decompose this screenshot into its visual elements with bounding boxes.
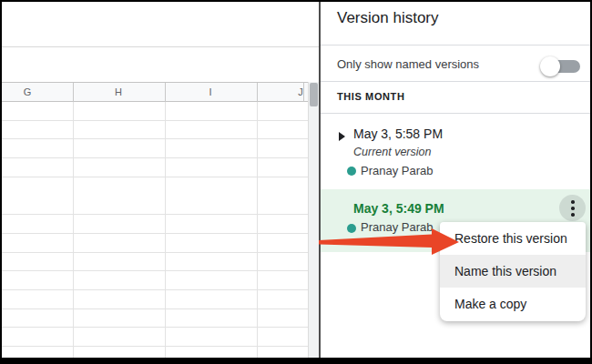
frame-border xyxy=(0,358,592,364)
named-versions-toggle[interactable] xyxy=(540,56,580,77)
kebab-dot xyxy=(571,207,575,210)
google-sheets-version-history-screen: G H I J Version history Only show named … xyxy=(0,0,592,364)
kebab-dot xyxy=(571,213,575,217)
column-separator xyxy=(303,83,304,103)
menu-item-restore-this-version[interactable]: Restore this version xyxy=(440,222,586,255)
divider xyxy=(321,113,590,114)
column-header-i[interactable]: I xyxy=(209,83,211,103)
current-version-label: Current version xyxy=(353,146,431,158)
toolbar-divider xyxy=(2,46,319,47)
named-versions-toggle-label: Only show named versions xyxy=(337,57,479,71)
kebab-dot xyxy=(571,200,575,204)
version-timestamp: May 3, 5:49 PM xyxy=(353,201,444,216)
menu-item-name-this-version[interactable]: Name this version xyxy=(440,255,586,288)
toggle-knob xyxy=(540,56,560,76)
grid-column-line xyxy=(257,102,258,358)
expand-arrow-icon[interactable] xyxy=(339,132,345,141)
divider xyxy=(321,81,590,82)
spreadsheet-area[interactable]: G H I J xyxy=(2,2,319,358)
grid-column-line xyxy=(73,102,74,358)
column-separator xyxy=(257,83,258,103)
version-options-menu: Restore this version Name this version M… xyxy=(440,222,586,321)
column-header-j[interactable]: J xyxy=(298,83,303,103)
vertical-scrollbar[interactable] xyxy=(308,82,319,358)
column-header-g[interactable]: G xyxy=(24,83,32,103)
frame-border xyxy=(0,0,2,364)
scrollbar-thumb[interactable] xyxy=(310,83,318,106)
red-pointer-arrow-icon xyxy=(317,225,461,258)
version-entry-current[interactable]: May 3, 5:58 PM Current version Pranay Pa… xyxy=(321,120,590,189)
more-options-button[interactable] xyxy=(559,195,586,221)
column-separator xyxy=(73,83,74,103)
cell-grid[interactable] xyxy=(2,102,308,358)
divider xyxy=(321,45,590,46)
frame-border xyxy=(0,0,592,2)
column-header-row: G H I J xyxy=(2,82,308,102)
author-presence-dot xyxy=(347,167,356,176)
panel-title: Version history xyxy=(337,9,439,27)
author-name: Pranay Parab xyxy=(361,164,434,177)
menu-item-make-a-copy[interactable]: Make a copy xyxy=(440,288,586,320)
section-header-this-month: THIS MONTH xyxy=(337,91,404,102)
grid-column-line xyxy=(165,102,166,358)
column-separator xyxy=(165,83,166,103)
version-timestamp: May 3, 5:58 PM xyxy=(353,126,443,141)
column-header-h[interactable]: H xyxy=(115,83,122,103)
